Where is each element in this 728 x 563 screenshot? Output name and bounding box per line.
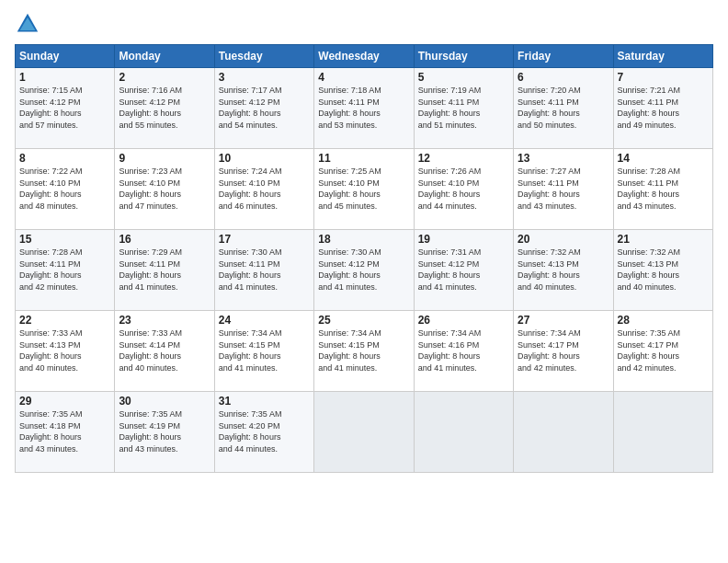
calendar-cell: 5Sunrise: 7:19 AM Sunset: 4:11 PM Daylig… — [414, 68, 513, 149]
calendar-cell: 22Sunrise: 7:33 AM Sunset: 4:13 PM Dayli… — [16, 311, 115, 392]
calendar-cell — [613, 392, 712, 473]
calendar-cell: 20Sunrise: 7:32 AM Sunset: 4:13 PM Dayli… — [514, 230, 613, 311]
calendar-cell: 7Sunrise: 7:21 AM Sunset: 4:11 PM Daylig… — [613, 68, 712, 149]
day-number: 17 — [219, 233, 310, 246]
calendar-cell: 10Sunrise: 7:24 AM Sunset: 4:10 PM Dayli… — [214, 149, 313, 230]
calendar-header-friday: Friday — [514, 45, 613, 68]
day-number: 19 — [418, 233, 509, 246]
calendar-cell — [514, 392, 613, 473]
day-info: Sunrise: 7:26 AM Sunset: 4:10 PM Dayligh… — [418, 166, 509, 212]
day-number: 3 — [219, 71, 310, 84]
day-number: 2 — [119, 71, 210, 84]
day-number: 4 — [318, 71, 409, 84]
day-info: Sunrise: 7:32 AM Sunset: 4:13 PM Dayligh… — [618, 247, 709, 293]
calendar-week-3: 15Sunrise: 7:28 AM Sunset: 4:11 PM Dayli… — [16, 230, 713, 311]
day-info: Sunrise: 7:34 AM Sunset: 4:15 PM Dayligh… — [219, 327, 310, 373]
day-info: Sunrise: 7:33 AM Sunset: 4:14 PM Dayligh… — [119, 327, 210, 373]
calendar-header-row: SundayMondayTuesdayWednesdayThursdayFrid… — [16, 45, 713, 68]
calendar-cell: 9Sunrise: 7:23 AM Sunset: 4:10 PM Daylig… — [115, 149, 214, 230]
day-number: 18 — [318, 233, 409, 246]
calendar-cell: 25Sunrise: 7:34 AM Sunset: 4:15 PM Dayli… — [314, 311, 414, 392]
calendar-week-2: 8Sunrise: 7:22 AM Sunset: 4:10 PM Daylig… — [16, 149, 713, 230]
day-number: 13 — [518, 152, 609, 165]
day-info: Sunrise: 7:24 AM Sunset: 4:10 PM Dayligh… — [219, 166, 310, 212]
calendar-cell: 30Sunrise: 7:35 AM Sunset: 4:19 PM Dayli… — [115, 392, 214, 473]
calendar-cell: 26Sunrise: 7:34 AM Sunset: 4:16 PM Dayli… — [414, 311, 513, 392]
calendar-week-5: 29Sunrise: 7:35 AM Sunset: 4:18 PM Dayli… — [16, 392, 713, 473]
day-number: 11 — [318, 152, 409, 165]
calendar-cell: 29Sunrise: 7:35 AM Sunset: 4:18 PM Dayli… — [16, 392, 115, 473]
day-number: 26 — [418, 314, 509, 327]
day-info: Sunrise: 7:22 AM Sunset: 4:10 PM Dayligh… — [19, 166, 110, 212]
calendar-cell: 31Sunrise: 7:35 AM Sunset: 4:20 PM Dayli… — [214, 392, 313, 473]
day-info: Sunrise: 7:35 AM Sunset: 4:18 PM Dayligh… — [19, 408, 110, 454]
day-number: 5 — [418, 71, 509, 84]
day-info: Sunrise: 7:35 AM Sunset: 4:20 PM Dayligh… — [219, 408, 310, 454]
day-info: Sunrise: 7:20 AM Sunset: 4:11 PM Dayligh… — [518, 85, 609, 131]
day-info: Sunrise: 7:34 AM Sunset: 4:15 PM Dayligh… — [318, 327, 409, 373]
day-info: Sunrise: 7:28 AM Sunset: 4:11 PM Dayligh… — [618, 166, 709, 212]
calendar-cell: 15Sunrise: 7:28 AM Sunset: 4:11 PM Dayli… — [16, 230, 115, 311]
calendar-cell: 24Sunrise: 7:34 AM Sunset: 4:15 PM Dayli… — [214, 311, 313, 392]
calendar-cell: 23Sunrise: 7:33 AM Sunset: 4:14 PM Dayli… — [115, 311, 214, 392]
calendar-week-4: 22Sunrise: 7:33 AM Sunset: 4:13 PM Dayli… — [16, 311, 713, 392]
day-info: Sunrise: 7:29 AM Sunset: 4:11 PM Dayligh… — [119, 247, 210, 293]
day-number: 10 — [219, 152, 310, 165]
day-info: Sunrise: 7:21 AM Sunset: 4:11 PM Dayligh… — [618, 85, 709, 131]
calendar-cell: 16Sunrise: 7:29 AM Sunset: 4:11 PM Dayli… — [115, 230, 214, 311]
calendar-cell: 2Sunrise: 7:16 AM Sunset: 4:12 PM Daylig… — [115, 68, 214, 149]
day-number: 20 — [518, 233, 609, 246]
day-info: Sunrise: 7:35 AM Sunset: 4:19 PM Dayligh… — [119, 408, 210, 454]
page-container: SundayMondayTuesdayWednesdayThursdayFrid… — [0, 0, 728, 480]
day-number: 14 — [618, 152, 709, 165]
calendar-cell: 18Sunrise: 7:30 AM Sunset: 4:12 PM Dayli… — [314, 230, 414, 311]
day-info: Sunrise: 7:30 AM Sunset: 4:11 PM Dayligh… — [219, 247, 310, 293]
calendar-cell: 21Sunrise: 7:32 AM Sunset: 4:13 PM Dayli… — [613, 230, 712, 311]
day-number: 27 — [518, 314, 609, 327]
day-number: 30 — [119, 395, 210, 408]
logo-icon — [15, 11, 40, 37]
day-number: 7 — [618, 71, 709, 84]
calendar-header-tuesday: Tuesday — [214, 45, 313, 68]
calendar-cell: 3Sunrise: 7:17 AM Sunset: 4:12 PM Daylig… — [214, 68, 313, 149]
calendar-cell: 19Sunrise: 7:31 AM Sunset: 4:12 PM Dayli… — [414, 230, 513, 311]
day-info: Sunrise: 7:34 AM Sunset: 4:17 PM Dayligh… — [518, 327, 609, 373]
day-info: Sunrise: 7:27 AM Sunset: 4:11 PM Dayligh… — [518, 166, 609, 212]
day-info: Sunrise: 7:23 AM Sunset: 4:10 PM Dayligh… — [119, 166, 210, 212]
day-number: 24 — [219, 314, 310, 327]
day-number: 16 — [119, 233, 210, 246]
day-number: 25 — [318, 314, 409, 327]
day-number: 12 — [418, 152, 509, 165]
calendar-cell: 12Sunrise: 7:26 AM Sunset: 4:10 PM Dayli… — [414, 149, 513, 230]
calendar-header-monday: Monday — [115, 45, 214, 68]
day-info: Sunrise: 7:34 AM Sunset: 4:16 PM Dayligh… — [418, 327, 509, 373]
calendar-header-wednesday: Wednesday — [314, 45, 414, 68]
day-info: Sunrise: 7:31 AM Sunset: 4:12 PM Dayligh… — [418, 247, 509, 293]
day-number: 6 — [518, 71, 609, 84]
calendar-cell: 27Sunrise: 7:34 AM Sunset: 4:17 PM Dayli… — [514, 311, 613, 392]
calendar-cell: 1Sunrise: 7:15 AM Sunset: 4:12 PM Daylig… — [16, 68, 115, 149]
calendar-cell: 14Sunrise: 7:28 AM Sunset: 4:11 PM Dayli… — [613, 149, 712, 230]
calendar-cell — [414, 392, 513, 473]
calendar-cell: 13Sunrise: 7:27 AM Sunset: 4:11 PM Dayli… — [514, 149, 613, 230]
calendar-header-saturday: Saturday — [613, 45, 712, 68]
day-info: Sunrise: 7:25 AM Sunset: 4:10 PM Dayligh… — [318, 166, 409, 212]
day-info: Sunrise: 7:30 AM Sunset: 4:12 PM Dayligh… — [318, 247, 409, 293]
day-number: 8 — [19, 152, 110, 165]
day-info: Sunrise: 7:19 AM Sunset: 4:11 PM Dayligh… — [418, 85, 509, 131]
day-number: 15 — [19, 233, 110, 246]
day-number: 23 — [119, 314, 210, 327]
day-info: Sunrise: 7:18 AM Sunset: 4:11 PM Dayligh… — [318, 85, 409, 131]
day-number: 29 — [19, 395, 110, 408]
day-number: 9 — [119, 152, 210, 165]
day-number: 31 — [219, 395, 310, 408]
calendar-cell: 8Sunrise: 7:22 AM Sunset: 4:10 PM Daylig… — [16, 149, 115, 230]
day-info: Sunrise: 7:28 AM Sunset: 4:11 PM Dayligh… — [19, 247, 110, 293]
day-number: 28 — [618, 314, 709, 327]
calendar-cell: 4Sunrise: 7:18 AM Sunset: 4:11 PM Daylig… — [314, 68, 414, 149]
calendar-cell: 11Sunrise: 7:25 AM Sunset: 4:10 PM Dayli… — [314, 149, 414, 230]
calendar-cell — [314, 392, 414, 473]
day-info: Sunrise: 7:16 AM Sunset: 4:12 PM Dayligh… — [119, 85, 210, 131]
calendar-cell: 17Sunrise: 7:30 AM Sunset: 4:11 PM Dayli… — [214, 230, 313, 311]
day-number: 1 — [19, 71, 110, 84]
